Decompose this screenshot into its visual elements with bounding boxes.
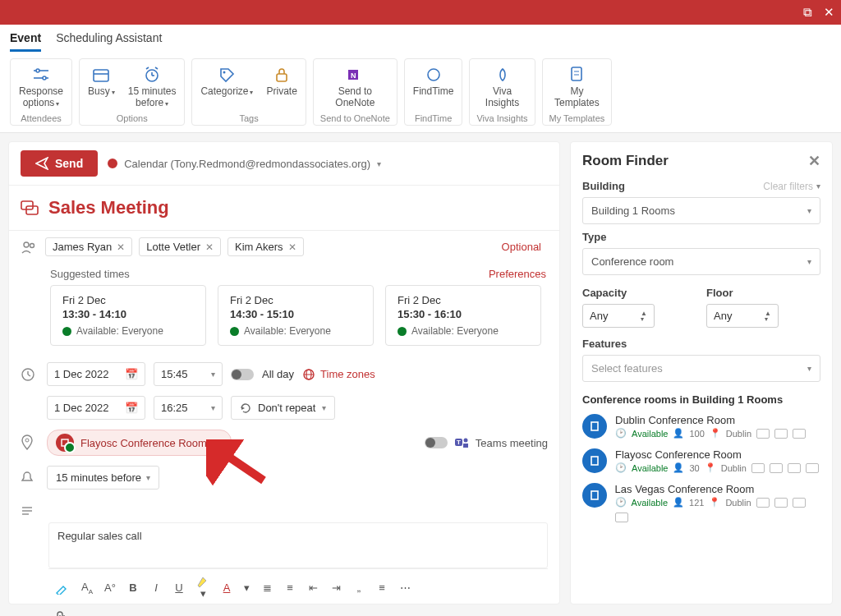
tab-event[interactable]: Event xyxy=(10,31,41,52)
clock-icon xyxy=(21,367,39,382)
feature-display-icon xyxy=(774,429,788,439)
room-finder-panel: Room Finder ✕ Building Clear filters ▾ B… xyxy=(570,141,833,605)
all-day-toggle[interactable] xyxy=(231,369,254,380)
building-select[interactable]: Building 1 Rooms▾ xyxy=(582,197,820,224)
room-avatar-icon xyxy=(56,434,74,452)
repeat-icon xyxy=(240,402,251,414)
calendar-selector[interactable]: Calendar (Tony.Redmond@redmondassociates… xyxy=(108,158,381,170)
room-finder-title: Room Finder xyxy=(582,153,669,169)
meeting-title-input[interactable]: Sales Meeting xyxy=(48,197,548,218)
number-list-button[interactable]: ≡ xyxy=(284,582,296,594)
pin-small-icon: 📍 xyxy=(705,462,716,473)
capacity-input[interactable]: Any▲▾ xyxy=(582,304,655,328)
bold-button[interactable]: B xyxy=(127,582,139,594)
response-options-button[interactable]: Response options xyxy=(17,62,65,112)
bell-icon xyxy=(21,471,39,485)
bullet-list-button[interactable]: ≣ xyxy=(261,582,273,594)
suggested-time-card[interactable]: Fri 2 Dec 15:30 - 16:10 Available: Every… xyxy=(385,285,541,346)
room-avatar-icon xyxy=(582,448,607,473)
close-window-icon[interactable]: ✕ xyxy=(824,5,834,20)
findtime-button[interactable]: FindTime xyxy=(411,62,456,100)
feature-audio-icon xyxy=(756,498,770,508)
svg-point-33 xyxy=(463,439,467,443)
attach-button[interactable]: ▾ xyxy=(55,611,67,616)
attendee-chip[interactable]: Kim Akers✕ xyxy=(227,237,304,256)
attendee-chip[interactable]: Lotte Vetler✕ xyxy=(139,237,221,256)
remove-location-icon[interactable]: ✕ xyxy=(214,437,223,449)
popout-icon[interactable]: ⧉ xyxy=(803,5,812,20)
start-date-input[interactable]: 1 Dec 2022📅 xyxy=(47,362,145,386)
ribbon-group-viva: Viva Insights Viva Insights xyxy=(469,58,535,126)
templates-icon xyxy=(568,66,586,84)
svg-text:T: T xyxy=(457,439,461,446)
italic-button[interactable]: I xyxy=(150,582,162,594)
close-room-finder-icon[interactable]: ✕ xyxy=(808,152,820,170)
calendar-picker-icon: 📅 xyxy=(125,368,138,380)
font-family-icon[interactable]: AA xyxy=(81,581,93,595)
remove-attendee-icon[interactable]: ✕ xyxy=(117,241,125,253)
send-button[interactable]: Send xyxy=(21,150,98,177)
end-time-input[interactable]: 16:25▾ xyxy=(154,396,223,420)
optional-attendees-link[interactable]: Optional xyxy=(502,241,541,253)
format-painter-icon[interactable] xyxy=(55,582,70,595)
outdent-button[interactable]: ⇤ xyxy=(307,582,319,594)
feature-video-icon xyxy=(793,429,806,439)
reminder-button[interactable]: 15 minutes before xyxy=(126,62,178,112)
suggested-time-card[interactable]: Fri 2 Dec 13:30 - 14:10 Available: Every… xyxy=(50,285,206,346)
svg-rect-20 xyxy=(26,206,38,214)
busy-button[interactable]: Busy xyxy=(86,62,117,100)
ribbon-group-findtime: FindTime FindTime xyxy=(404,58,463,126)
svg-point-29 xyxy=(25,439,29,442)
meeting-body-input[interactable]: Regular sales call xyxy=(48,522,548,568)
underline-button[interactable]: U xyxy=(173,582,185,594)
floor-input[interactable]: Any▲▾ xyxy=(706,304,779,328)
type-select[interactable]: Conference room▾ xyxy=(582,248,820,275)
svg-rect-16 xyxy=(572,67,581,80)
categorize-button[interactable]: Categorize xyxy=(199,62,255,100)
features-select[interactable]: Select features▾ xyxy=(582,355,820,382)
clear-filters-link[interactable]: Clear filters ▾ xyxy=(763,181,820,192)
quote-button[interactable]: „ xyxy=(353,582,365,594)
private-button[interactable]: Private xyxy=(264,62,298,100)
recurrence-select[interactable]: Don't repeat▾ xyxy=(231,396,335,420)
start-time-input[interactable]: 15:45▾ xyxy=(154,362,223,386)
room-avatar-icon xyxy=(582,414,607,439)
preferences-link[interactable]: Preferences xyxy=(489,268,546,280)
calendar-picker-icon: 📅 xyxy=(125,402,138,414)
reminder-select[interactable]: 15 minutes before▾ xyxy=(47,466,159,490)
location-chip[interactable]: Flayosc Conference Room ✕ xyxy=(47,430,232,456)
feature-video-icon xyxy=(788,463,801,473)
svg-rect-4 xyxy=(94,70,108,81)
feature-video-icon xyxy=(793,498,806,508)
sliders-icon xyxy=(32,66,50,84)
my-templates-button[interactable]: My Templates xyxy=(553,62,601,112)
timezones-link[interactable]: Time zones xyxy=(302,368,375,381)
remove-attendee-icon[interactable]: ✕ xyxy=(288,241,296,253)
viva-insights-button[interactable]: Viva Insights xyxy=(484,62,521,112)
align-button[interactable]: ≡ xyxy=(376,582,388,594)
feature-display-icon xyxy=(774,498,788,508)
send-to-onenote-button[interactable]: N Send to OneNote xyxy=(333,62,376,112)
svg-line-25 xyxy=(28,375,30,376)
teams-meeting-toggle[interactable] xyxy=(425,437,448,448)
end-date-input[interactable]: 1 Dec 2022📅 xyxy=(47,396,145,420)
remove-attendee-icon[interactable]: ✕ xyxy=(205,241,214,253)
attendee-chip[interactable]: James Ryan✕ xyxy=(45,237,132,256)
ribbon: Response options Attendees Busy 15 minut… xyxy=(0,52,841,133)
clock-small-icon: 🕑 xyxy=(615,497,627,508)
more-format-button[interactable]: ⋯ xyxy=(399,582,411,594)
svg-rect-48 xyxy=(591,491,598,499)
tab-scheduling-assistant[interactable]: Scheduling Assistant xyxy=(56,31,162,52)
svg-point-3 xyxy=(43,76,46,80)
room-result[interactable]: Flayosc Conference Room 🕑Available 👤30 📍… xyxy=(582,448,820,473)
room-result[interactable]: Las Vegas Conference Room 🕑Available 👤12… xyxy=(582,483,820,522)
feature-accessible-icon xyxy=(806,463,819,473)
indent-button[interactable]: ⇥ xyxy=(330,582,342,594)
clock-small-icon: 🕑 xyxy=(615,428,627,439)
highlight-button[interactable]: ▾ xyxy=(196,576,209,600)
room-result[interactable]: Dublin Conference Room 🕑Available 👤100 📍… xyxy=(582,414,820,439)
font-color-button[interactable]: A xyxy=(221,582,232,594)
font-size-icon[interactable]: A° xyxy=(104,582,116,594)
people-icon xyxy=(21,240,39,255)
suggested-time-card[interactable]: Fri 2 Dec 14:30 - 15:10 Available: Every… xyxy=(218,285,374,346)
